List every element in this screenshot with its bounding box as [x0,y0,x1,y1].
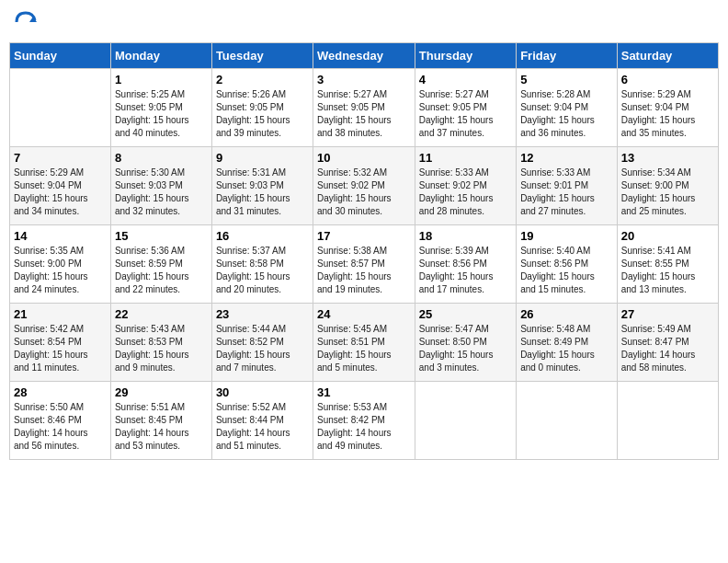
day-number: 25 [419,307,512,321]
day-info: Sunrise: 5:43 AM Sunset: 8:53 PM Dayligh… [115,323,208,374]
day-info: Sunrise: 5:51 AM Sunset: 8:45 PM Dayligh… [115,401,208,453]
week-row-5: 28Sunrise: 5:50 AM Sunset: 8:46 PM Dayli… [10,382,719,460]
day-number: 28 [14,385,107,399]
calendar-table: SundayMondayTuesdayWednesdayThursdayFrid… [9,42,719,460]
day-info: Sunrise: 5:45 AM Sunset: 8:51 PM Dayligh… [317,323,411,374]
day-info: Sunrise: 5:50 AM Sunset: 8:46 PM Dayligh… [14,401,107,453]
day-info: Sunrise: 5:40 AM Sunset: 8:56 PM Dayligh… [520,245,613,296]
header-cell-sunday: Sunday [10,43,111,69]
day-number: 26 [520,307,613,321]
page-header [9,9,719,35]
day-cell [517,382,618,460]
day-info: Sunrise: 5:44 AM Sunset: 8:52 PM Dayligh… [216,323,309,374]
day-info: Sunrise: 5:37 AM Sunset: 8:58 PM Dayligh… [216,245,309,296]
day-info: Sunrise: 5:29 AM Sunset: 9:04 PM Dayligh… [621,88,714,140]
day-cell: 27Sunrise: 5:49 AM Sunset: 8:47 PM Dayli… [617,304,718,382]
calendar-header: SundayMondayTuesdayWednesdayThursdayFrid… [10,43,719,69]
calendar-body: 1Sunrise: 5:25 AM Sunset: 9:05 PM Daylig… [10,69,719,460]
day-info: Sunrise: 5:33 AM Sunset: 9:01 PM Dayligh… [520,167,613,218]
day-cell: 26Sunrise: 5:48 AM Sunset: 8:49 PM Dayli… [517,304,618,382]
day-cell: 25Sunrise: 5:47 AM Sunset: 8:50 PM Dayli… [415,304,516,382]
day-number: 29 [115,385,208,399]
day-number: 21 [14,307,107,321]
day-cell: 17Sunrise: 5:38 AM Sunset: 8:57 PM Dayli… [313,225,415,304]
day-info: Sunrise: 5:28 AM Sunset: 9:04 PM Dayligh… [520,88,613,140]
day-number: 27 [621,307,714,321]
day-number: 6 [621,73,714,86]
header-cell-wednesday: Wednesday [313,43,415,69]
week-row-4: 21Sunrise: 5:42 AM Sunset: 8:54 PM Dayli… [10,304,719,382]
day-number: 18 [419,229,512,243]
day-cell: 16Sunrise: 5:37 AM Sunset: 8:58 PM Dayli… [211,225,313,304]
week-row-2: 7Sunrise: 5:29 AM Sunset: 9:04 PM Daylig… [10,147,719,225]
day-info: Sunrise: 5:47 AM Sunset: 8:50 PM Dayligh… [419,323,512,374]
day-cell: 31Sunrise: 5:53 AM Sunset: 8:42 PM Dayli… [313,382,415,460]
day-cell: 6Sunrise: 5:29 AM Sunset: 9:04 PM Daylig… [617,69,718,147]
day-info: Sunrise: 5:41 AM Sunset: 8:55 PM Dayligh… [621,245,714,296]
header-cell-friday: Friday [517,43,618,69]
day-cell: 18Sunrise: 5:39 AM Sunset: 8:56 PM Dayli… [415,225,516,304]
day-cell: 28Sunrise: 5:50 AM Sunset: 8:46 PM Dayli… [10,382,111,460]
day-number: 15 [115,229,208,243]
header-cell-saturday: Saturday [617,43,718,69]
logo [13,9,42,35]
day-cell: 11Sunrise: 5:33 AM Sunset: 9:02 PM Dayli… [415,147,516,225]
day-cell: 15Sunrise: 5:36 AM Sunset: 8:59 PM Dayli… [110,225,211,304]
day-info: Sunrise: 5:52 AM Sunset: 8:44 PM Dayligh… [216,401,309,453]
day-cell: 1Sunrise: 5:25 AM Sunset: 9:05 PM Daylig… [110,69,211,147]
day-cell: 29Sunrise: 5:51 AM Sunset: 8:45 PM Dayli… [110,382,211,460]
day-info: Sunrise: 5:32 AM Sunset: 9:02 PM Dayligh… [317,167,411,218]
day-info: Sunrise: 5:53 AM Sunset: 8:42 PM Dayligh… [317,401,411,453]
day-number: 12 [520,151,613,165]
day-cell [617,382,718,460]
day-number: 1 [115,73,208,86]
day-cell: 20Sunrise: 5:41 AM Sunset: 8:55 PM Dayli… [617,225,718,304]
day-number: 2 [216,73,309,86]
day-cell: 8Sunrise: 5:30 AM Sunset: 9:03 PM Daylig… [110,147,211,225]
day-info: Sunrise: 5:29 AM Sunset: 9:04 PM Dayligh… [14,167,107,218]
day-cell: 24Sunrise: 5:45 AM Sunset: 8:51 PM Dayli… [313,304,415,382]
day-cell: 13Sunrise: 5:34 AM Sunset: 9:00 PM Dayli… [617,147,718,225]
week-row-3: 14Sunrise: 5:35 AM Sunset: 9:00 PM Dayli… [10,225,719,304]
day-cell: 4Sunrise: 5:27 AM Sunset: 9:05 PM Daylig… [415,69,516,147]
day-number: 4 [419,73,512,86]
day-info: Sunrise: 5:25 AM Sunset: 9:05 PM Dayligh… [115,88,208,140]
day-number: 30 [216,385,309,399]
day-info: Sunrise: 5:42 AM Sunset: 8:54 PM Dayligh… [14,323,107,374]
header-cell-thursday: Thursday [415,43,516,69]
day-cell: 2Sunrise: 5:26 AM Sunset: 9:05 PM Daylig… [211,69,313,147]
day-cell: 22Sunrise: 5:43 AM Sunset: 8:53 PM Dayli… [110,304,211,382]
day-info: Sunrise: 5:34 AM Sunset: 9:00 PM Dayligh… [621,167,714,218]
day-info: Sunrise: 5:26 AM Sunset: 9:05 PM Dayligh… [216,88,309,140]
day-cell: 19Sunrise: 5:40 AM Sunset: 8:56 PM Dayli… [517,225,618,304]
day-number: 11 [419,151,512,165]
day-info: Sunrise: 5:48 AM Sunset: 8:49 PM Dayligh… [520,323,613,374]
day-info: Sunrise: 5:30 AM Sunset: 9:03 PM Dayligh… [115,167,208,218]
day-number: 7 [14,151,107,165]
day-number: 3 [317,73,411,86]
day-cell: 12Sunrise: 5:33 AM Sunset: 9:01 PM Dayli… [517,147,618,225]
day-cell: 14Sunrise: 5:35 AM Sunset: 9:00 PM Dayli… [10,225,111,304]
day-number: 8 [115,151,208,165]
day-cell [415,382,516,460]
day-info: Sunrise: 5:36 AM Sunset: 8:59 PM Dayligh… [115,245,208,296]
day-info: Sunrise: 5:35 AM Sunset: 9:00 PM Dayligh… [14,245,107,296]
day-number: 17 [317,229,411,243]
day-cell: 21Sunrise: 5:42 AM Sunset: 8:54 PM Dayli… [10,304,111,382]
day-info: Sunrise: 5:38 AM Sunset: 8:57 PM Dayligh… [317,245,411,296]
day-number: 9 [216,151,309,165]
day-cell: 5Sunrise: 5:28 AM Sunset: 9:04 PM Daylig… [517,69,618,147]
day-cell: 9Sunrise: 5:31 AM Sunset: 9:03 PM Daylig… [211,147,313,225]
day-number: 24 [317,307,411,321]
day-info: Sunrise: 5:31 AM Sunset: 9:03 PM Dayligh… [216,167,309,218]
week-row-1: 1Sunrise: 5:25 AM Sunset: 9:05 PM Daylig… [10,69,719,147]
day-cell: 10Sunrise: 5:32 AM Sunset: 9:02 PM Dayli… [313,147,415,225]
day-number: 31 [317,385,411,399]
day-cell: 23Sunrise: 5:44 AM Sunset: 8:52 PM Dayli… [211,304,313,382]
day-number: 10 [317,151,411,165]
day-number: 14 [14,229,107,243]
header-cell-tuesday: Tuesday [211,43,313,69]
day-number: 22 [115,307,208,321]
day-cell: 30Sunrise: 5:52 AM Sunset: 8:44 PM Dayli… [211,382,313,460]
day-cell [10,69,111,147]
